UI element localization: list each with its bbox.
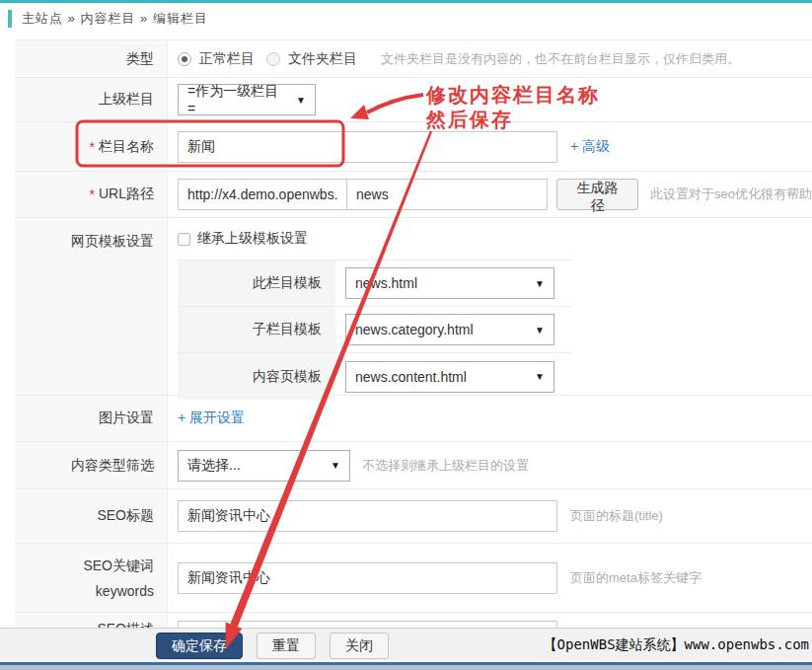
sub-template-select-value: news.category.html [355, 322, 474, 337]
content-type-hint: 不选择则继承上级栏目的设置 [362, 457, 529, 475]
template-settings-label: 网页模板设置 [15, 218, 168, 395]
radio-unchecked-icon[interactable] [266, 52, 280, 66]
watermark-text: 【OpenWBS建站系统】www.openwbs.com [544, 636, 809, 654]
save-button[interactable]: 确定保存 [156, 633, 243, 659]
content-template-label: 内容页模板 [178, 353, 335, 400]
close-button[interactable]: 关闭 [330, 633, 389, 659]
footer-buttons: 确定保存 重置 关闭 [156, 633, 389, 659]
reset-button[interactable]: 重置 [257, 633, 316, 659]
template-row-this: 此栏目模板 news.html ▼ [178, 261, 572, 307]
this-template-select[interactable]: news.html ▼ [345, 267, 554, 299]
image-settings-label: 图片设置 [15, 396, 168, 441]
expand-image-settings-link[interactable]: + 展开设置 [178, 409, 245, 427]
type-hint: 文件夹栏目是没有内容的，也不在前台栏目显示，仅作归类用。 [381, 50, 740, 68]
row-content-type-filter: 内容类型筛选 请选择... ▼ 不选择则继承上级栏目的设置 [15, 442, 812, 489]
content-type-select-value: 请选择... [187, 457, 241, 475]
row-seo-keywords: SEO关键词 keywords 页面的meta标签关键字 [15, 544, 812, 613]
dropdown-arrow-icon: ▼ [535, 371, 545, 382]
parent-column-select-value: =作为一级栏目= [187, 83, 286, 116]
radio-folder-column[interactable]: 文件夹栏目 [266, 50, 357, 68]
required-asterisk: * [90, 186, 95, 202]
radio-normal-label[interactable]: 正常栏目 [199, 50, 255, 68]
row-type: 类型 正常栏目 文件夹栏目 文件夹栏目是没有内容的，也不在前台栏目显示，仅作归类… [15, 40, 812, 78]
parent-label: 上级栏目 [15, 78, 168, 121]
content-type-filter-label: 内容类型筛选 [15, 442, 168, 488]
seo-title-hint: 页面的标题(title) [570, 507, 663, 525]
row-seo-title: SEO标题 页面的标题(title) [15, 489, 812, 544]
radio-folder-label[interactable]: 文件夹栏目 [288, 50, 357, 68]
seo-keywords-label: SEO关键词 keywords [15, 544, 168, 612]
url-hint: 此设置对于seo优化很有帮助 [650, 186, 812, 203]
bottom-strip [0, 665, 812, 670]
advanced-link[interactable]: + 高级 [570, 138, 610, 156]
seo-keywords-hint: 页面的meta标签关键字 [570, 569, 701, 587]
type-label: 类型 [15, 40, 168, 77]
content-type-select[interactable]: 请选择... ▼ [178, 450, 350, 482]
content-template-select[interactable]: news.content.html ▼ [345, 361, 554, 393]
dropdown-arrow-icon: ▼ [331, 460, 340, 471]
row-image-settings: 图片设置 + 展开设置 [15, 396, 812, 442]
row-template-settings: 网页模板设置 继承上级模板设置 此栏目模板 news.html ▼ [15, 218, 812, 396]
breadcrumb: 主站点 » 内容栏目 » 编辑栏目 [8, 10, 208, 28]
inherit-template-checkbox-row[interactable]: 继承上级模板设置 [178, 230, 308, 248]
edit-column-form: 类型 正常栏目 文件夹栏目 文件夹栏目是没有内容的，也不在前台栏目显示，仅作归类… [15, 39, 812, 670]
this-template-select-value: news.html [355, 275, 417, 291]
seo-title-label: SEO标题 [15, 489, 168, 543]
this-template-label: 此栏目模板 [178, 261, 335, 306]
generate-path-button[interactable]: 生成路径 [556, 179, 638, 210]
content-template-select-value: news.content.html [355, 369, 467, 385]
dropdown-arrow-icon: ▼ [296, 95, 306, 106]
breadcrumb-accent-bar [8, 10, 12, 28]
top-accent-line [0, 0, 812, 3]
template-row-sub: 子栏目模板 news.category.html ▼ [178, 307, 572, 353]
column-name-input[interactable] [178, 131, 557, 163]
url-base-input [178, 179, 347, 210]
seo-title-input[interactable] [178, 500, 557, 532]
radio-checked-icon[interactable] [178, 52, 191, 66]
column-name-label: * 栏目名称 [15, 122, 168, 171]
row-parent-column: 上级栏目 =作为一级栏目= ▼ [15, 78, 812, 122]
template-row-content: 内容页模板 news.content.html ▼ [178, 353, 572, 400]
row-url-path: * URL路径 生成路径 此设置对于seo优化很有帮助 [15, 172, 812, 218]
required-asterisk: * [90, 139, 95, 155]
dropdown-arrow-icon: ▼ [535, 278, 545, 289]
url-path-input[interactable] [346, 179, 548, 210]
radio-normal-column[interactable]: 正常栏目 [178, 50, 255, 68]
row-column-name: * 栏目名称 + 高级 [15, 122, 812, 172]
seo-keywords-input[interactable] [178, 562, 557, 594]
dropdown-arrow-icon: ▼ [535, 325, 545, 335]
inherit-template-label[interactable]: 继承上级模板设置 [197, 230, 308, 248]
checkbox-unchecked-icon[interactable] [178, 233, 190, 246]
footer-action-bar: 确定保存 重置 关闭 【OpenWBS建站系统】www.openwbs.com [0, 628, 812, 660]
parent-column-select[interactable]: =作为一级栏目= ▼ [178, 84, 316, 115]
breadcrumb-text: 主站点 » 内容栏目 » 编辑栏目 [22, 10, 208, 28]
sub-template-select[interactable]: news.category.html ▼ [345, 314, 554, 345]
url-path-label: * URL路径 [15, 172, 168, 217]
sub-template-label: 子栏目模板 [178, 307, 335, 352]
template-table: 此栏目模板 news.html ▼ 子栏目模板 news.category.ht… [178, 260, 572, 400]
